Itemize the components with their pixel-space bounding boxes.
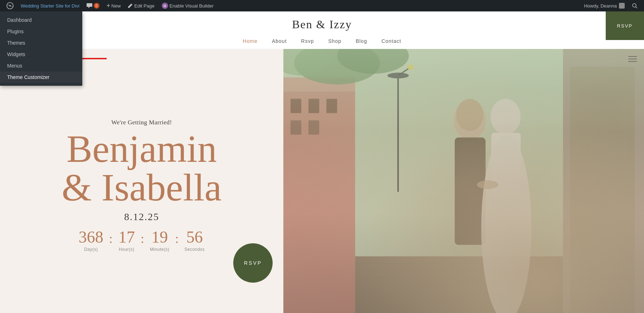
menu-icon[interactable] — [628, 56, 637, 62]
dropdown-themes[interactable]: Themes — [0, 37, 82, 49]
minutes-value: 19 — [150, 229, 170, 245]
howdy-button[interactable]: Howdy, Deanna — [580, 0, 628, 11]
comment-bubble: 0 — [87, 3, 99, 9]
dropdown-menus[interactable]: Menus — [0, 60, 82, 71]
wp-logo-button[interactable] — [3, 0, 17, 11]
wordpress-icon — [6, 2, 14, 9]
hero-left: We're Getting Married! Benjamin & Isabel… — [0, 49, 283, 313]
getting-married-text: We're Getting Married! — [111, 119, 172, 126]
menu-line-3 — [628, 61, 637, 62]
hero-section: We're Getting Married! Benjamin & Isabel… — [0, 49, 644, 313]
name-line2: & Isabella — [62, 168, 222, 207]
seconds-label: Secondss — [184, 247, 205, 252]
nav-contact[interactable]: Contact — [381, 38, 401, 44]
adminbar-right: Howdy, Deanna — [580, 0, 641, 11]
dropdown-plugins[interactable]: Plugins — [0, 26, 82, 37]
dropdown-dashboard[interactable]: Dashboard — [0, 14, 82, 26]
edit-page-label: Edit Page — [134, 3, 154, 9]
separator-2: : — [141, 229, 144, 246]
comments-button[interactable]: 0 — [83, 0, 103, 11]
site-name-button[interactable]: Wedding Starter Site for Divi — [17, 0, 83, 11]
hours-label: Hour(s) — [118, 247, 135, 252]
nav-rsvp[interactable]: Rsvp — [301, 38, 314, 44]
couple-image — [283, 49, 644, 313]
comment-count: 0 — [94, 3, 99, 9]
plus-icon: + — [107, 2, 111, 10]
svg-line-3 — [636, 7, 637, 8]
user-avatar — [619, 3, 625, 9]
menu-line-2 — [628, 59, 637, 59]
name-line1: Benjamin — [62, 130, 222, 168]
visual-builder-label: Enable Visual Builder — [170, 3, 214, 9]
countdown-hours: 17 Hour(s) — [113, 229, 141, 252]
hero-photo — [283, 49, 644, 313]
rsvp-circle-button[interactable]: RSVP — [233, 243, 273, 283]
wedding-date: 8.12.25 — [124, 211, 159, 223]
edit-page-button[interactable]: Edit Page — [124, 0, 158, 11]
separator-1: : — [109, 229, 113, 246]
photo-overlay — [283, 49, 644, 313]
search-button[interactable] — [628, 0, 641, 11]
seconds-value: 56 — [184, 229, 205, 245]
separator-3: : — [175, 229, 179, 246]
countdown-days: 368 Day(s) — [73, 229, 109, 252]
hours-value: 17 — [118, 229, 135, 245]
howdy-text: Howdy, Deanna — [584, 3, 617, 9]
nav-shop[interactable]: Shop — [328, 38, 341, 44]
divi-icon: D — [162, 3, 168, 9]
admin-bar: Wedding Starter Site for Divi 0 + New Ed… — [0, 0, 644, 11]
svg-point-1 — [9, 5, 11, 6]
countdown-seconds: 56 Secondss — [179, 229, 210, 252]
visual-builder-button[interactable]: D Enable Visual Builder — [158, 0, 217, 11]
days-value: 368 — [79, 229, 103, 245]
countdown-minutes: 19 Minute(s) — [144, 229, 175, 252]
days-label: Day(s) — [79, 247, 103, 252]
site-title: Wedding Starter Site for Divi — [21, 3, 79, 9]
dropdown-theme-customizer[interactable]: Theme Customizer — [0, 71, 82, 83]
site-navigation: Home About Rsvp Shop Blog Contact — [0, 35, 644, 49]
menu-line-1 — [628, 56, 637, 57]
appearance-dropdown: Dashboard Plugins Themes Widgets Menus T… — [0, 11, 82, 86]
minutes-label: Minute(s) — [150, 247, 170, 252]
nav-blog[interactable]: Blog — [356, 38, 367, 44]
svg-point-2 — [633, 4, 636, 7]
couple-names: Benjamin & Isabella — [62, 130, 222, 207]
new-content-button[interactable]: + New — [103, 0, 125, 11]
site-header: Ben & Izzy Home About Rsvp Shop Blog Con… — [0, 11, 644, 49]
site-title: Ben & Izzy — [0, 18, 644, 31]
nav-about[interactable]: About — [272, 38, 287, 44]
nav-home[interactable]: Home — [243, 38, 258, 44]
dropdown-widgets[interactable]: Widgets — [0, 49, 82, 60]
new-label: New — [111, 3, 121, 9]
rsvp-header-button[interactable]: RSVP — [606, 11, 644, 40]
countdown-timer: 368 Day(s) : 17 Hour(s) : 19 Minute(s) :… — [73, 229, 210, 252]
